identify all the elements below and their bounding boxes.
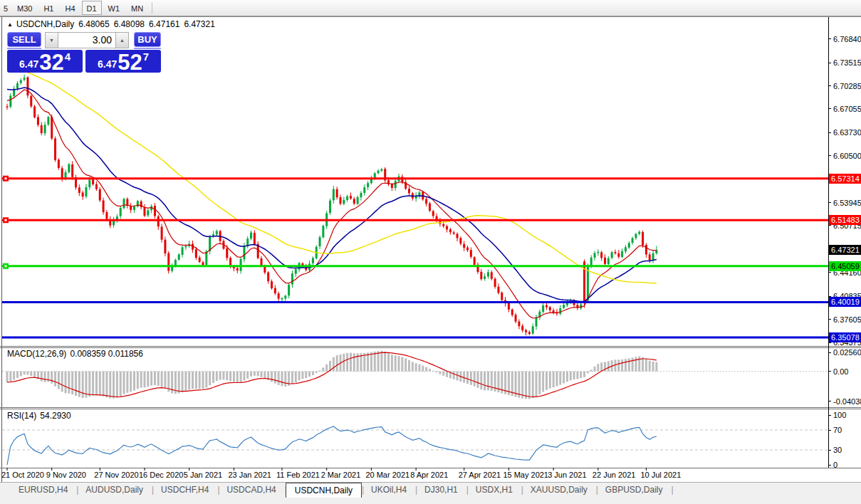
candle-body: [333, 189, 335, 201]
collapse-panel-icon[interactable]: ▲: [7, 21, 13, 28]
candle-body: [288, 285, 290, 295]
chart-symbol-label: USDCNH,Daily: [16, 19, 74, 29]
candle-body: [649, 254, 651, 260]
timeframe-button-H4[interactable]: H4: [60, 1, 80, 15]
buy-price-prefix: 6.47: [98, 58, 117, 70]
chart-tab-ukoil-h4[interactable]: UKOil,H4: [362, 483, 415, 498]
svg-text:21 Oct 2020: 21 Oct 2020: [1, 471, 44, 479]
buy-price-big: 52: [118, 52, 142, 73]
candle-body: [71, 164, 73, 177]
volume-decrease-button[interactable]: ▼: [45, 32, 58, 48]
svg-text:20 Mar 2021: 20 Mar 2021: [365, 471, 409, 479]
chart-canvas[interactable]: 6.768406.735156.702856.670556.637306.605…: [0, 0, 861, 504]
candle-body: [470, 250, 472, 257]
timeframe-button-MN[interactable]: MN: [126, 1, 148, 15]
candle-body: [6, 106, 9, 107]
sell-underline: [7, 48, 41, 49]
candle-body: [449, 229, 452, 232]
svg-text:6.60500: 6.60500: [833, 152, 861, 160]
sell-price-display[interactable]: 6.47 32 4: [7, 50, 83, 73]
candle-body: [24, 78, 26, 80]
candle-body: [88, 180, 90, 188]
ohlc-open: 6.48065: [78, 19, 109, 29]
chart-tab-usdcnh-daily[interactable]: USDCNH,Daily: [286, 483, 362, 498]
candle-body: [95, 184, 98, 189]
candle-body: [44, 125, 46, 133]
volume-increase-button[interactable]: ▲: [115, 32, 129, 48]
chart-tab-gbpusd-daily[interactable]: GBPUSD,Daily: [597, 483, 672, 498]
candle-body: [336, 189, 338, 197]
candle-body: [480, 272, 482, 279]
svg-text:6.47321: 6.47321: [831, 246, 860, 254]
svg-text:-0.040386: -0.040386: [833, 397, 861, 406]
candle-body: [164, 240, 166, 253]
chart-tab-usdx-h1[interactable]: USDX,H1: [467, 483, 521, 498]
chart-tab-audusd-daily[interactable]: AUDUSD,Daily: [77, 483, 152, 498]
buy-underline: [134, 48, 161, 49]
timeframe-button-D1[interactable]: D1: [82, 1, 102, 15]
candle-body: [360, 193, 362, 197]
svg-text:6.53945: 6.53945: [833, 199, 861, 207]
svg-text:6.57314: 6.57314: [831, 174, 860, 183]
candle-body: [432, 211, 434, 216]
tab-separator: |: [672, 483, 672, 498]
timeframe-toolbar: 5M30H1H4D1W1MN: [0, 0, 861, 16]
timeframe-button-5[interactable]: 5: [1, 1, 11, 15]
candle-body: [357, 197, 359, 204]
candle-body: [353, 199, 355, 204]
candle-body: [250, 233, 252, 239]
candle-body: [583, 261, 585, 301]
sell-button[interactable]: SELL: [7, 32, 41, 47]
chart-tab-xauusd-daily[interactable]: XAUUSD,Daily: [522, 483, 596, 498]
candle-body: [178, 254, 180, 259]
svg-text:8 Apr 2021: 8 Apr 2021: [410, 471, 448, 479]
chart-tab-eurusd-h4[interactable]: EURUSD,H4: [10, 483, 76, 498]
svg-text:6.51483: 6.51483: [831, 216, 860, 224]
svg-text:0.025609: 0.025609: [833, 348, 861, 357]
timeframe-button-W1[interactable]: W1: [103, 1, 125, 15]
candle-body: [463, 244, 465, 248]
candle-body: [319, 237, 321, 246]
macd-name: MACD(12,26,9): [7, 349, 66, 359]
candle-body: [58, 159, 60, 168]
candle-body: [343, 200, 345, 204]
volume-input[interactable]: 3.00: [58, 32, 115, 48]
candle-body: [474, 257, 476, 264]
candle-body: [642, 232, 644, 246]
chart-tab-dj30-h1[interactable]: DJ30,H1: [416, 483, 466, 498]
toolbar-separator: [152, 2, 152, 14]
status-strip: [0, 498, 861, 504]
candle-body: [617, 253, 620, 257]
rsi-name: RSI(14): [7, 411, 36, 421]
candle-body: [30, 96, 32, 107]
candle-body: [532, 326, 534, 333]
buy-button[interactable]: BUY: [134, 32, 161, 47]
buy-price-sup: 7: [143, 51, 149, 63]
timeframe-button-M30[interactable]: M30: [12, 1, 37, 15]
candle-body: [546, 305, 548, 308]
svg-text:6.35078: 6.35078: [831, 333, 860, 342]
candle-body: [281, 298, 283, 299]
candle-body: [236, 268, 239, 271]
candle-body: [161, 227, 163, 240]
candle-body: [611, 252, 613, 258]
candle-body: [120, 208, 122, 216]
candle-body: [154, 206, 156, 216]
candle-body: [563, 305, 565, 308]
chart-tab-usdchf-h4[interactable]: USDCHF,H4: [152, 483, 217, 498]
candle-body: [553, 310, 555, 313]
candle-body: [85, 187, 87, 196]
candle-body: [123, 199, 125, 208]
candle-body: [240, 259, 242, 271]
svg-text:10 Jul 2021: 10 Jul 2021: [640, 471, 681, 479]
candle-body: [597, 252, 599, 253]
buy-price-display[interactable]: 6.47 52 7: [85, 50, 161, 73]
macd-values: 0.008359 0.011856: [70, 349, 143, 359]
timeframe-button-H1[interactable]: H1: [38, 1, 58, 15]
candle-body: [346, 196, 348, 200]
svg-text:100: 100: [833, 411, 846, 419]
rsi-value: 54.2930: [40, 411, 71, 421]
chart-tab-usdcad-h4[interactable]: USDCAD,H4: [218, 483, 284, 498]
svg-text:9 Nov 2020: 9 Nov 2020: [46, 471, 86, 479]
candle-body: [226, 248, 228, 258]
